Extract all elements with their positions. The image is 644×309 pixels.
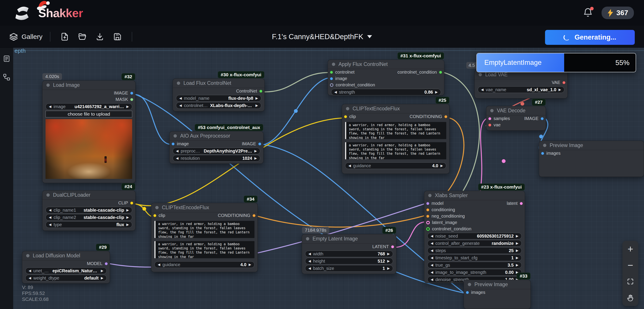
widget-model_name[interactable]: ◀model_nameflux-dev-fp8▶ [176, 95, 261, 101]
increment-arrow-icon[interactable]: ▶ [516, 256, 518, 260]
prompt-textarea[interactable]: a warrior, in red armor, holding a bambo… [154, 221, 254, 238]
increment-arrow-icon[interactable]: ▶ [387, 259, 390, 263]
node-collapse-dot[interactable] [306, 237, 309, 241]
decrement-arrow-icon[interactable]: ◀ [28, 269, 31, 273]
node-title-bar[interactable]: CLIPTextEncodeFlux [151, 203, 258, 212]
credits-badge[interactable]: 367 [602, 6, 634, 19]
widget-steps[interactable]: ◀steps25▶ [427, 247, 522, 254]
widget-weight_dtype[interactable]: ◀weight_dtypedefault▶ [25, 275, 107, 281]
decrement-arrow-icon[interactable]: ◀ [49, 208, 52, 212]
slot-pin[interactable] [130, 98, 133, 101]
increment-arrow-icon[interactable]: ▶ [254, 149, 257, 153]
widget-guidance[interactable]: ◀guidance4.0▶ [154, 261, 254, 268]
widget-unet_name[interactable]: ◀unet_nameepiCRealism_Natural Sin R...▶ [25, 268, 107, 274]
node-load-diffusion-model[interactable]: #29Load Diffusion ModelMODEL◀unet_nameep… [22, 251, 110, 284]
node-preview-image-right[interactable]: Preview Imageimages [539, 141, 644, 177]
widget-clip_name1[interactable]: ◀clip_name1stable-cascade-clip▶ [46, 207, 132, 213]
save-workflow-button[interactable] [111, 30, 124, 43]
increment-arrow-icon[interactable]: ▶ [440, 164, 443, 168]
slot-pin[interactable] [426, 227, 430, 231]
widget-timestep_to_start_cfg[interactable]: ◀timestep_to_start_cfg1▶ [427, 255, 522, 261]
widget-preprocessor[interactable]: ◀preprocessorDepthAnythingV2Preproce...▶ [173, 148, 260, 154]
slot-pin[interactable] [439, 71, 442, 74]
node-title-bar[interactable]: Load Image [42, 81, 135, 90]
node-collapse-dot[interactable] [155, 206, 158, 209]
zoom-out-button[interactable]: − [624, 259, 637, 272]
slot-pin[interactable] [444, 115, 447, 118]
node-title-bar[interactable]: CLIPTextEncodeFlux [342, 104, 449, 113]
node-title-bar[interactable]: VAE Decode [486, 106, 546, 115]
node-collapse-dot[interactable] [177, 81, 180, 85]
node-title-bar[interactable]: Xlabs Sampler [424, 191, 525, 200]
slot-pin[interactable] [426, 202, 429, 205]
wire-reroute-dot[interactable] [294, 109, 298, 113]
slot-pin[interactable] [541, 117, 544, 120]
wire-reroute-dot[interactable] [142, 207, 146, 211]
increment-arrow-icon[interactable]: ▶ [435, 90, 438, 94]
decrement-arrow-icon[interactable]: ◀ [49, 223, 52, 227]
node-collapse-dot[interactable] [428, 194, 432, 197]
widget-width[interactable]: ◀width768▶ [305, 251, 393, 257]
decrement-arrow-icon[interactable]: ◀ [481, 88, 484, 92]
slot-pin[interactable] [259, 90, 262, 93]
logo[interactable]: Shakker [12, 4, 83, 22]
wire-reroute-dot[interactable] [520, 102, 524, 106]
increment-arrow-icon[interactable]: ▶ [516, 249, 518, 253]
increment-arrow-icon[interactable]: ▶ [254, 156, 257, 160]
slot-pin[interactable] [252, 214, 256, 217]
node-xlabs-sampler[interactable]: #23 x-flux-comfyuiXlabs Samplermodellate… [424, 191, 525, 283]
node-title-bar[interactable]: Load Diffusion Model [22, 251, 110, 261]
decrement-arrow-icon[interactable]: ◀ [176, 156, 178, 160]
node-collapse-dot[interactable] [346, 107, 349, 110]
slot-pin[interactable] [391, 245, 394, 248]
slot-pin[interactable] [258, 142, 261, 145]
node-list-panel-button[interactable] [2, 54, 12, 63]
increment-arrow-icon[interactable]: ▶ [387, 252, 390, 256]
slot-pin[interactable] [172, 142, 175, 145]
prompt-textarea[interactable]: a warrior, in red armor, holding a bambo… [345, 142, 446, 159]
slot-pin[interactable] [520, 202, 523, 205]
node-collapse-dot[interactable] [332, 63, 335, 66]
node-aio-aux-preprocessor[interactable]: #53 comfyui_controlnet_auxAIO Aux Prepro… [169, 131, 264, 164]
slot-pin[interactable] [488, 117, 491, 120]
node-collapse-dot[interactable] [543, 144, 546, 147]
widget-resolution[interactable]: ◀resolution1024▶ [173, 155, 260, 162]
decrement-arrow-icon[interactable]: ◀ [176, 149, 178, 153]
wire-reroute-dot[interactable] [502, 159, 506, 163]
node-collapse-dot[interactable] [490, 109, 494, 112]
widget-vae_name[interactable]: ◀vae_namesd_xl_vae_1.0▶ [478, 86, 564, 93]
increment-arrow-icon[interactable]: ▶ [516, 263, 518, 267]
node-clip-text-encode-flux-34[interactable]: #34CLIPTextEncodeFluxclipCONDITIONINGa w… [151, 203, 258, 272]
slot-pin[interactable] [466, 291, 469, 294]
decrement-arrow-icon[interactable]: ◀ [308, 252, 311, 256]
slot-pin[interactable] [330, 77, 333, 80]
increment-arrow-icon[interactable]: ▶ [255, 96, 258, 100]
decrement-arrow-icon[interactable]: ◀ [431, 263, 433, 267]
slot-pin[interactable] [426, 221, 430, 224]
fit-view-button[interactable] [624, 275, 637, 288]
node-collapse-dot[interactable] [174, 134, 177, 138]
widget-image[interactable]: ◀imageu4214657292_a_warrior_in_red_...▶ [46, 103, 132, 110]
increment-arrow-icon[interactable]: ▶ [387, 266, 390, 270]
increment-arrow-icon[interactable]: ▶ [126, 208, 129, 212]
node-title-bar[interactable]: Empty Latent Image [302, 234, 396, 244]
node-empty-latent-image[interactable]: #267184.978sEmpty Latent ImageLATENT◀wid… [302, 234, 396, 274]
slot-pin[interactable] [130, 92, 133, 95]
decrement-arrow-icon[interactable]: ◀ [158, 263, 160, 267]
download-workflow-button[interactable] [93, 30, 107, 43]
slot-pin[interactable] [330, 71, 333, 74]
increment-arrow-icon[interactable]: ▶ [255, 103, 258, 107]
slot-pin[interactable] [344, 115, 347, 118]
node-title-bar[interactable]: Preview Image [464, 280, 530, 289]
decrement-arrow-icon[interactable]: ◀ [179, 103, 182, 107]
widget-guidance[interactable]: ◀guidance4.0▶ [345, 162, 446, 169]
decrement-arrow-icon[interactable]: ◀ [308, 266, 311, 270]
notifications-button[interactable] [583, 7, 593, 19]
widget-strength[interactable]: ◀strength0.86▶ [331, 89, 441, 95]
node-load-vae[interactable]: Load VAEVAE◀vae_namesd_xl_vae_1.0▶ [474, 70, 568, 98]
slot-pin[interactable] [541, 152, 544, 155]
wire-reroute-dot[interactable] [539, 134, 543, 138]
decrement-arrow-icon[interactable]: ◀ [431, 234, 433, 238]
increment-arrow-icon[interactable]: ▶ [126, 223, 129, 227]
decrement-arrow-icon[interactable]: ◀ [28, 276, 31, 280]
